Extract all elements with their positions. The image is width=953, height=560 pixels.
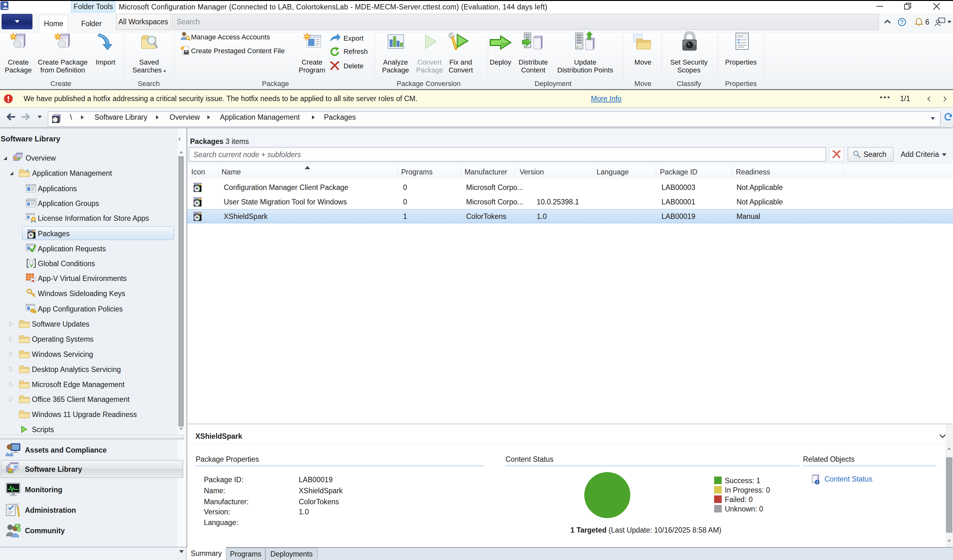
svg-text:?: ? [900, 20, 903, 25]
